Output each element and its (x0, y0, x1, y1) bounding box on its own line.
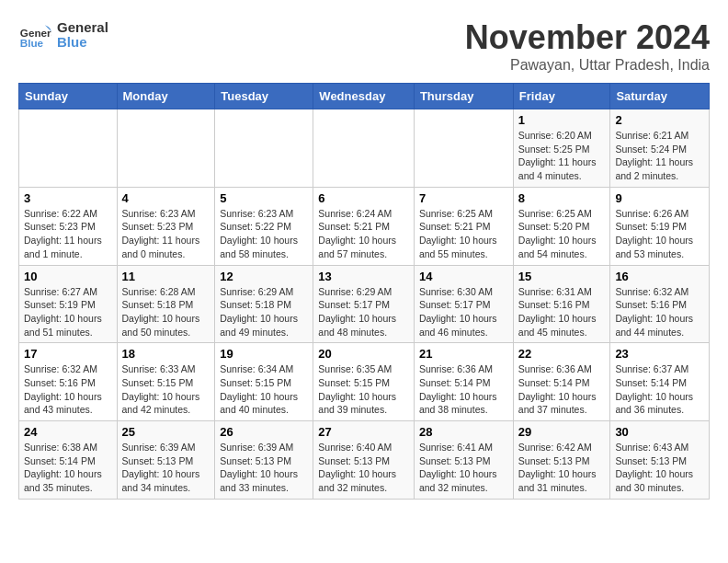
day-info: Sunrise: 6:39 AM Sunset: 5:13 PM Dayligh… (220, 441, 308, 495)
day-number: 26 (220, 425, 308, 439)
week-row-3: 10Sunrise: 6:27 AM Sunset: 5:19 PM Dayli… (19, 265, 710, 343)
day-number: 22 (518, 347, 606, 361)
day-info: Sunrise: 6:23 AM Sunset: 5:22 PM Dayligh… (220, 207, 308, 261)
svg-text:Blue: Blue (20, 37, 44, 49)
day-info: Sunrise: 6:22 AM Sunset: 5:23 PM Dayligh… (24, 207, 112, 261)
day-cell: 21Sunrise: 6:36 AM Sunset: 5:14 PM Dayli… (414, 343, 513, 421)
day-info: Sunrise: 6:20 AM Sunset: 5:25 PM Dayligh… (518, 129, 606, 183)
day-info: Sunrise: 6:41 AM Sunset: 5:13 PM Dayligh… (419, 441, 508, 495)
day-cell: 29Sunrise: 6:42 AM Sunset: 5:13 PM Dayli… (513, 421, 610, 500)
day-number: 14 (419, 270, 508, 283)
day-number: 3 (24, 191, 112, 205)
day-info: Sunrise: 6:38 AM Sunset: 5:14 PM Dayligh… (24, 441, 112, 495)
day-cell: 24Sunrise: 6:38 AM Sunset: 5:14 PM Dayli… (19, 421, 118, 500)
day-info: Sunrise: 6:21 AM Sunset: 5:24 PM Dayligh… (615, 129, 704, 183)
header-row: SundayMondayTuesdayWednesdayThursdayFrid… (19, 84, 710, 109)
day-number: 1 (518, 113, 606, 127)
calendar-header: SundayMondayTuesdayWednesdayThursdayFrid… (19, 84, 710, 109)
day-number: 28 (419, 425, 508, 439)
logo-icon: General Blue (18, 18, 51, 52)
day-number: 10 (24, 270, 112, 283)
day-info: Sunrise: 6:32 AM Sunset: 5:16 PM Dayligh… (615, 285, 704, 339)
day-cell: 23Sunrise: 6:37 AM Sunset: 5:14 PM Dayli… (610, 343, 710, 421)
day-number: 4 (122, 191, 210, 205)
calendar-table: SundayMondayTuesdayWednesdayThursdayFrid… (18, 83, 710, 500)
header: General Blue General Blue November 2024 … (18, 18, 710, 74)
day-info: Sunrise: 6:32 AM Sunset: 5:16 PM Dayligh… (24, 362, 112, 417)
day-info: Sunrise: 6:29 AM Sunset: 5:18 PM Dayligh… (220, 285, 308, 339)
day-info: Sunrise: 6:29 AM Sunset: 5:17 PM Dayligh… (318, 285, 409, 339)
day-number: 24 (24, 425, 112, 439)
day-cell (313, 109, 415, 188)
day-cell: 4Sunrise: 6:23 AM Sunset: 5:23 PM Daylig… (117, 187, 215, 265)
header-cell-thursday: Thursday (414, 84, 513, 109)
day-cell: 19Sunrise: 6:34 AM Sunset: 5:15 PM Dayli… (215, 343, 313, 421)
week-row-5: 24Sunrise: 6:38 AM Sunset: 5:14 PM Dayli… (19, 421, 710, 500)
logo-general: General (57, 20, 108, 36)
day-info: Sunrise: 6:40 AM Sunset: 5:13 PM Dayligh… (318, 441, 409, 495)
day-number: 13 (318, 270, 409, 283)
day-cell: 18Sunrise: 6:33 AM Sunset: 5:15 PM Dayli… (117, 343, 215, 421)
day-info: Sunrise: 6:33 AM Sunset: 5:15 PM Dayligh… (122, 362, 210, 417)
day-cell: 9Sunrise: 6:26 AM Sunset: 5:19 PM Daylig… (610, 187, 710, 265)
day-info: Sunrise: 6:39 AM Sunset: 5:13 PM Dayligh… (122, 441, 210, 495)
day-cell: 2Sunrise: 6:21 AM Sunset: 5:24 PM Daylig… (610, 109, 710, 188)
day-cell: 30Sunrise: 6:43 AM Sunset: 5:13 PM Dayli… (610, 421, 710, 500)
day-cell: 11Sunrise: 6:28 AM Sunset: 5:18 PM Dayli… (117, 265, 215, 343)
day-cell: 6Sunrise: 6:24 AM Sunset: 5:21 PM Daylig… (313, 187, 415, 265)
day-cell: 10Sunrise: 6:27 AM Sunset: 5:19 PM Dayli… (19, 265, 118, 343)
day-cell (19, 109, 118, 188)
day-info: Sunrise: 6:31 AM Sunset: 5:16 PM Dayligh… (518, 285, 606, 339)
day-number: 25 (122, 425, 210, 439)
day-cell: 1Sunrise: 6:20 AM Sunset: 5:25 PM Daylig… (513, 109, 610, 188)
week-row-2: 3Sunrise: 6:22 AM Sunset: 5:23 PM Daylig… (19, 187, 710, 265)
day-info: Sunrise: 6:27 AM Sunset: 5:19 PM Dayligh… (24, 285, 112, 339)
header-cell-tuesday: Tuesday (215, 84, 313, 109)
day-info: Sunrise: 6:25 AM Sunset: 5:20 PM Dayligh… (518, 207, 606, 261)
calendar-body: 1Sunrise: 6:20 AM Sunset: 5:25 PM Daylig… (19, 109, 710, 500)
day-number: 15 (518, 270, 606, 283)
day-number: 9 (615, 191, 704, 205)
day-cell: 20Sunrise: 6:35 AM Sunset: 5:15 PM Dayli… (313, 343, 415, 421)
day-number: 18 (122, 347, 210, 361)
day-cell (215, 109, 313, 188)
day-cell: 22Sunrise: 6:36 AM Sunset: 5:14 PM Dayli… (513, 343, 610, 421)
day-cell: 17Sunrise: 6:32 AM Sunset: 5:16 PM Dayli… (19, 343, 118, 421)
day-number: 11 (122, 270, 210, 283)
day-cell: 27Sunrise: 6:40 AM Sunset: 5:13 PM Dayli… (313, 421, 415, 500)
day-cell: 25Sunrise: 6:39 AM Sunset: 5:13 PM Dayli… (117, 421, 215, 500)
day-number: 29 (518, 425, 606, 439)
day-number: 30 (615, 425, 704, 439)
day-cell (414, 109, 513, 188)
day-cell: 12Sunrise: 6:29 AM Sunset: 5:18 PM Dayli… (215, 265, 313, 343)
header-cell-saturday: Saturday (610, 84, 710, 109)
day-cell: 13Sunrise: 6:29 AM Sunset: 5:17 PM Dayli… (313, 265, 415, 343)
day-info: Sunrise: 6:35 AM Sunset: 5:15 PM Dayligh… (318, 362, 409, 417)
header-cell-friday: Friday (513, 84, 610, 109)
day-cell: 26Sunrise: 6:39 AM Sunset: 5:13 PM Dayli… (215, 421, 313, 500)
day-info: Sunrise: 6:24 AM Sunset: 5:21 PM Dayligh… (318, 207, 409, 261)
day-number: 5 (220, 191, 308, 205)
calendar-subtitle: Pawayan, Uttar Pradesh, India (465, 57, 710, 74)
day-info: Sunrise: 6:23 AM Sunset: 5:23 PM Dayligh… (122, 207, 210, 261)
day-info: Sunrise: 6:43 AM Sunset: 5:13 PM Dayligh… (615, 441, 704, 495)
day-info: Sunrise: 6:28 AM Sunset: 5:18 PM Dayligh… (122, 285, 210, 339)
day-cell: 15Sunrise: 6:31 AM Sunset: 5:16 PM Dayli… (513, 265, 610, 343)
day-number: 6 (318, 191, 409, 205)
day-number: 19 (220, 347, 308, 361)
day-number: 7 (419, 191, 508, 205)
day-cell: 16Sunrise: 6:32 AM Sunset: 5:16 PM Dayli… (610, 265, 710, 343)
logo-blue: Blue (57, 35, 108, 51)
logo: General Blue General Blue (18, 18, 108, 52)
day-number: 12 (220, 270, 308, 283)
day-cell: 14Sunrise: 6:30 AM Sunset: 5:17 PM Dayli… (414, 265, 513, 343)
day-cell (117, 109, 215, 188)
day-number: 23 (615, 347, 704, 361)
day-number: 16 (615, 270, 704, 283)
week-row-1: 1Sunrise: 6:20 AM Sunset: 5:25 PM Daylig… (19, 109, 710, 188)
day-cell: 5Sunrise: 6:23 AM Sunset: 5:22 PM Daylig… (215, 187, 313, 265)
day-info: Sunrise: 6:26 AM Sunset: 5:19 PM Dayligh… (615, 207, 704, 261)
title-section: November 2024 Pawayan, Uttar Pradesh, In… (465, 18, 710, 74)
header-cell-sunday: Sunday (19, 84, 118, 109)
day-cell: 8Sunrise: 6:25 AM Sunset: 5:20 PM Daylig… (513, 187, 610, 265)
